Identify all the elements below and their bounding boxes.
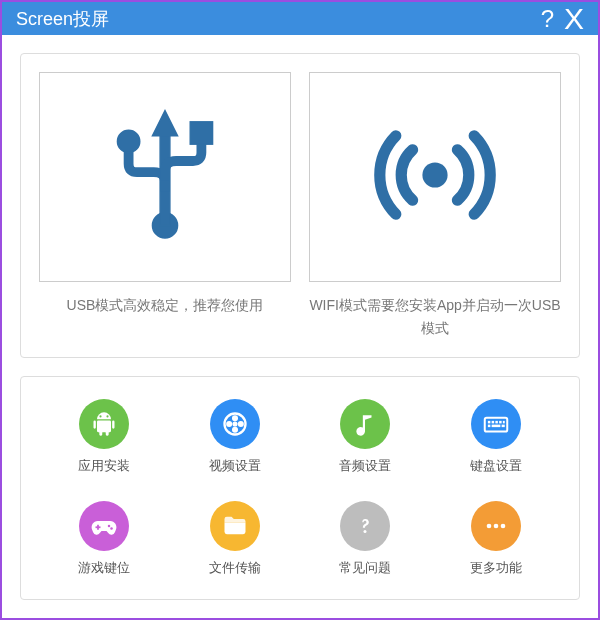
help-button[interactable]: ? [541,5,554,33]
app-install-button[interactable]: 应用安装 [39,399,170,475]
video-reel-icon [210,399,260,449]
android-icon [79,399,129,449]
svg-rect-10 [112,421,114,429]
connection-modes-panel: USB模式高效稳定，推荐您使用 [20,53,580,358]
svg-point-5 [422,163,447,188]
svg-rect-27 [501,425,504,428]
svg-rect-12 [106,431,109,436]
svg-rect-21 [491,421,494,424]
svg-rect-20 [488,421,491,424]
svg-rect-26 [491,425,500,428]
faq-button[interactable]: 常见问题 [300,501,431,577]
svg-rect-9 [94,421,96,429]
tool-label: 键盘设置 [470,457,522,475]
svg-rect-4 [190,122,212,144]
tool-label: 应用安装 [78,457,130,475]
svg-point-15 [239,422,243,426]
svg-point-33 [486,524,491,529]
folder-icon [210,501,260,551]
more-button[interactable]: 更多功能 [431,501,562,577]
gamepad-icon [79,501,129,551]
svg-rect-24 [503,421,505,424]
titlebar: Screen投屏 ? X [2,2,598,35]
keyboard-settings-button[interactable]: 键盘设置 [431,399,562,475]
svg-point-32 [364,530,367,533]
svg-point-30 [108,525,111,528]
tool-label: 视频设置 [209,457,261,475]
game-keys-button[interactable]: 游戏键位 [39,501,170,577]
tool-label: 音频设置 [339,457,391,475]
svg-rect-29 [96,526,101,528]
svg-point-35 [500,524,505,529]
svg-rect-22 [495,421,498,424]
tool-label: 更多功能 [470,559,522,577]
wifi-mode-desc: WIFI模式需要您安装App并启动一次USB模式 [309,294,561,339]
wifi-signal-icon [365,105,505,249]
usb-mode-button[interactable]: USB模式高效稳定，推荐您使用 [39,72,291,339]
svg-point-18 [233,423,236,426]
svg-point-6 [100,415,102,417]
svg-point-31 [111,527,114,530]
svg-point-7 [107,415,109,417]
svg-rect-8 [97,421,111,433]
usb-icon [95,105,235,249]
question-icon [340,501,390,551]
svg-point-34 [493,524,498,529]
window-title: Screen投屏 [16,7,541,31]
tool-label: 游戏键位 [78,559,130,577]
close-button[interactable]: X [564,4,584,34]
tool-label: 常见问题 [339,559,391,577]
audio-settings-button[interactable]: 音频设置 [300,399,431,475]
svg-point-16 [233,428,237,432]
ellipsis-icon [471,501,521,551]
svg-point-14 [233,416,237,420]
svg-rect-11 [100,431,103,436]
wifi-mode-button[interactable]: WIFI模式需要您安装App并启动一次USB模式 [309,72,561,339]
svg-rect-25 [488,425,491,428]
file-transfer-button[interactable]: 文件传输 [170,501,301,577]
svg-marker-2 [152,111,177,136]
svg-point-3 [117,130,139,152]
tools-panel: 应用安装 视频设置 [20,376,580,600]
keyboard-icon [471,399,521,449]
app-window: Screen投屏 ? X [0,0,600,620]
video-settings-button[interactable]: 视频设置 [170,399,301,475]
svg-rect-23 [499,421,502,424]
music-note-icon [340,399,390,449]
content-area: USB模式高效稳定，推荐您使用 [2,35,598,618]
usb-icon-box [39,72,291,282]
tool-label: 文件传输 [209,559,261,577]
wifi-icon-box [309,72,561,282]
usb-mode-desc: USB模式高效稳定，推荐您使用 [67,294,264,316]
svg-point-17 [227,422,231,426]
